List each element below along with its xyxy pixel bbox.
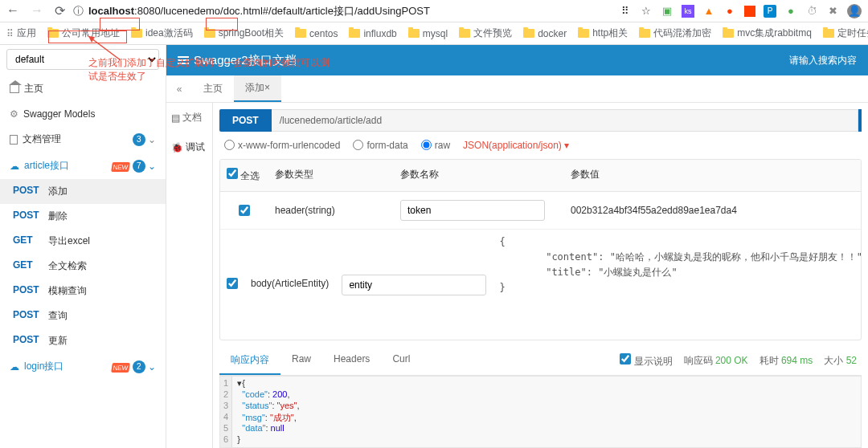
collapse-sidebar-icon[interactable]: « [166,83,192,95]
sidebar-op[interactable]: POST更新 [0,328,166,353]
code-content[interactable]: ▾{ "code": 200, "status": "yes", "msg": … [232,377,304,447]
sidebar-op[interactable]: GET导出excel [0,229,166,254]
param-value: 002b312a4bf34f55a2edd89ae1ea7da4 [571,205,737,216]
radio-raw[interactable]: raw [421,140,450,151]
main-area: 主页 ⚙Swagger Models 文档管理 3 ⌄ ☁article接口 N… [0,75,868,448]
tab-response-body[interactable]: 响应内容 [219,347,280,375]
tab-doc[interactable]: ▤文档 [166,103,212,132]
request-bar: POST /lucenedemo/article/add [219,109,862,132]
param-row-header: header(string) 002b312a4bf34f55a2edd89ae… [220,192,861,230]
new-badge-icon: NEW [111,162,130,172]
body-json-editor[interactable]: { "content": "哈哈哈，小螺旋丸是我的昵称，他和小千鸟是好朋友！！"… [493,230,862,340]
bookmark-folder[interactable]: mysql [408,28,448,39]
ext-icon[interactable]: ✖ [826,5,839,18]
bookmarks-bar: ⠿应用 公司常用地址 idea激活码 springBoot相关 centos i… [0,22,868,45]
debug-panel: POST /lucenedemo/article/add x-www-form-… [213,103,868,448]
folder-icon [523,29,534,38]
bookmark-star-icon[interactable]: ☆ [640,5,653,18]
sidebar-item-article[interactable]: ☁article接口 NEW7 ⌄ [0,153,166,179]
forward-icon[interactable]: → [31,3,43,18]
param-type: header(string) [268,192,394,229]
ext-icon[interactable]: ● [784,5,797,18]
ext-icon[interactable] [744,6,755,17]
home-icon [10,85,19,93]
folder-icon [639,29,650,38]
radio-urlencoded[interactable]: x-www-form-urlencoded [224,140,340,151]
tab-raw[interactable]: Raw [280,347,322,375]
tab-curl[interactable]: Curl [381,347,421,375]
folder-icon [131,29,142,38]
line-numbers: 123456 [220,377,232,447]
param-name-input[interactable] [342,275,486,295]
tab-debug[interactable]: 🐞调试 [166,132,212,162]
folder-icon [295,29,306,38]
cloud-icon: ☁ [10,161,19,172]
bookmark-folder[interactable]: 公司常用地址 [47,26,120,40]
radio-formdata[interactable]: form-data [353,140,407,151]
row-checkbox[interactable] [239,205,250,216]
bookmark-folder[interactable]: mvc集成rabbitmq [723,26,812,40]
bookmark-folder[interactable]: 定时任务 [823,26,868,40]
content-area: « 主页 添加× ▤文档 🐞调试 POST /lucenedemo/articl… [166,75,868,448]
sidebar-op[interactable]: POST删除 [0,204,166,229]
folder-icon [723,29,734,38]
response-size: 52 [846,355,857,366]
translate-icon[interactable]: ⠿ [619,5,632,18]
params-table: 全选 参数类型 参数名称 参数值 header(string) 002b312a… [219,159,862,340]
tab-headers[interactable]: Headers [322,347,381,375]
ext-icon[interactable]: ks [682,5,694,18]
ext-icon[interactable]: ⏱ [805,5,818,18]
profile-icon[interactable]: 👤 [847,4,862,18]
ext-icon[interactable]: ▲ [702,5,715,18]
bookmark-folder[interactable]: springBoot相关 [204,26,284,40]
caret-down-icon: ▾ [564,140,569,151]
param-type: body(ArticleEntity) [244,230,335,297]
sidebar-op[interactable]: POST查询 [0,303,166,328]
doc-icon [10,135,18,145]
content-type-select[interactable]: JSON(application/json) ▾ [463,140,569,151]
apps-shortcut[interactable]: ⠿应用 [6,26,36,40]
fold-icon[interactable]: ▾ [237,378,242,388]
reload-icon[interactable]: ⟳ [55,3,65,18]
cloud-icon: ☁ [10,361,19,373]
param-name-input[interactable] [400,200,545,221]
row-checkbox[interactable] [227,278,238,289]
sidebar-op[interactable]: GET全文检索 [0,254,166,279]
bookmark-folder[interactable]: idea激活码 [131,26,193,40]
show-desc-toggle[interactable]: 显示说明 [620,353,672,369]
ext-icon[interactable]: ▣ [661,5,674,18]
sidebar-item-login[interactable]: ☁login接口 NEW2 ⌄ [0,353,166,380]
extension-icons: ⠿ ☆ ▣ ks ▲ ● P ● ⏱ ✖ 👤 [619,4,862,18]
folder-icon [459,29,470,38]
bookmark-folder[interactable]: centos [295,28,338,39]
bookmark-folder[interactable]: docker [523,28,567,39]
ext-icon[interactable]: P [764,5,776,18]
back-icon[interactable]: ← [6,3,19,18]
select-all[interactable]: 全选 [227,170,260,181]
param-row-body: body(ArticleEntity) { "content": "哈哈哈，小螺… [220,230,861,340]
bookmark-folder[interactable]: influxdb [349,28,396,39]
info-icon[interactable]: ⓘ [73,4,84,18]
bookmark-folder[interactable]: http相关 [578,26,628,40]
search-hint[interactable]: 请输入搜索内容 [789,54,857,67]
response-time: 694 ms [781,355,813,366]
address-bar[interactable]: ⓘ localhost:8080/lucenedemo/doc.html#/de… [73,4,611,18]
sidebar-item-docmgr[interactable]: 文档管理 3 ⌄ [0,126,166,153]
request-path: /lucenedemo/article/add [272,109,858,132]
bookmark-folder[interactable]: 文件预览 [459,26,512,40]
sidebar: 主页 ⚙Swagger Models 文档管理 3 ⌄ ☁article接口 N… [0,75,166,448]
response-tabs: 响应内容 Raw Headers Curl 显示说明 响应码 200 OK 耗时… [219,347,862,376]
send-button[interactable] [858,109,862,132]
http-method: POST [219,109,272,132]
folder-icon [408,29,420,38]
sidebar-op[interactable]: POST模糊查询 [0,279,166,303]
ext-icon[interactable]: ● [723,5,736,18]
folder-icon [349,29,360,38]
bookmark-folder[interactable]: 代码混淆加密 [639,26,711,40]
sidebar-item-models[interactable]: ⚙Swagger Models [0,102,166,126]
folder-icon [578,29,589,38]
col-value: 参数值 [564,160,861,191]
browser-toolbar: ← → ⟳ ⓘ localhost:8080/lucenedemo/doc.ht… [0,0,868,22]
sidebar-op[interactable]: POST添加 [0,179,166,204]
chevron-down-icon: ⌄ [148,133,156,145]
